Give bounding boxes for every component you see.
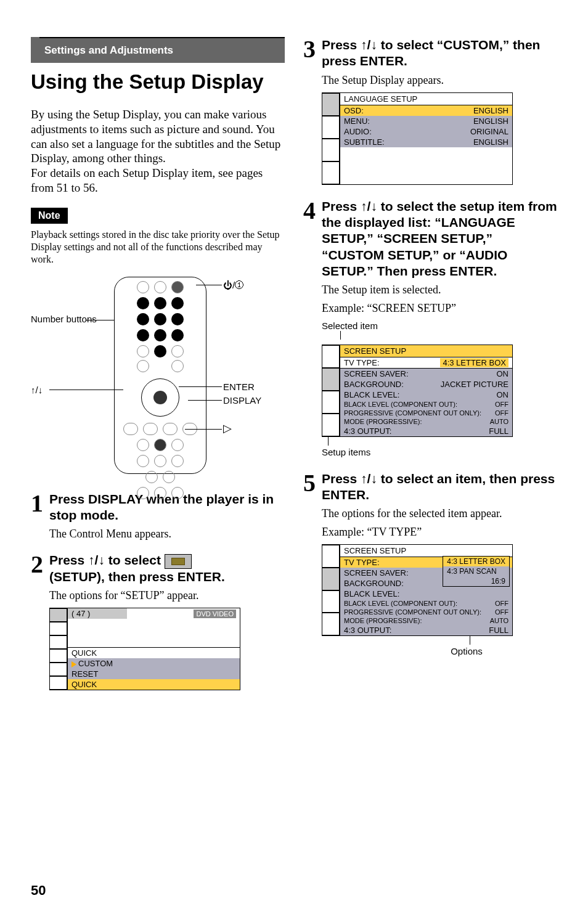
- s5r4v: OFF: [495, 600, 508, 607]
- r1v: ON: [497, 369, 509, 378]
- osd-osd-v: ENGLISH: [473, 106, 508, 115]
- r5v: OFF: [495, 409, 508, 417]
- page-number: 50: [31, 883, 46, 899]
- r4v: OFF: [495, 401, 508, 408]
- section-header-label: Settings and Adjustments: [39, 37, 285, 63]
- s5r7k: 4:3 OUTPUT:: [344, 626, 391, 635]
- r2v: JACKET PICTURE: [441, 380, 508, 389]
- r0k: TV TYPE:: [344, 358, 380, 367]
- step-2-head-pre: Press: [49, 553, 88, 567]
- osd-menu-k: MENU:: [344, 116, 370, 126]
- step-2-sub: The options for “SETUP” appear.: [49, 589, 285, 603]
- step-4-head-pre: Press: [322, 199, 361, 213]
- step-3-sub: The Setup Display appears.: [322, 73, 557, 88]
- step-3-head-pre: Press: [322, 38, 361, 52]
- s5r7v: FULL: [489, 626, 508, 635]
- osd-title: LANGUAGE SETUP: [340, 93, 512, 105]
- selected-item-label: Selected item: [322, 320, 557, 331]
- menu-arrow-icon: [71, 661, 76, 667]
- osd-tv-type: SCREEN SETUP TV TYPE:4:3 LETTER BOX SCRE…: [322, 544, 513, 636]
- step-4-head: Press ↑/↓ to select the setup item from …: [322, 198, 557, 279]
- menu-quick-1: QUICK: [68, 647, 240, 658]
- step-3-number: 3: [303, 37, 316, 62]
- osd-language-setup: LANGUAGE SETUP OSD:ENGLISH MENU:ENGLISH …: [322, 92, 513, 185]
- step-4: 4 Press ↑/↓ to select the setup item fro…: [303, 198, 557, 457]
- step-2-head-post: (SETUP), then press ENTER.: [49, 569, 225, 584]
- step-2-head-mid: to select: [105, 553, 165, 567]
- r6v: AUTO: [490, 418, 508, 425]
- step-5-number: 5: [303, 471, 316, 496]
- osd-audio-v: ORIGINAL: [470, 127, 508, 136]
- remote-outline: [114, 277, 206, 474]
- opt-0: 4:3 LETTER BOX: [443, 557, 509, 566]
- s5r2k: BACKGROUND:: [344, 579, 404, 588]
- step-5-sub2: Example: “TV TYPE”: [322, 525, 557, 539]
- step-2-arrows: ↑/↓: [88, 553, 105, 567]
- step-2-number: 2: [31, 552, 43, 577]
- label-play: ▷: [223, 422, 232, 435]
- menu-quick-hl: QUICK: [68, 679, 240, 690]
- opt-2: 16:9: [443, 576, 509, 586]
- osd-badge: DVD VIDEO: [194, 610, 236, 618]
- r1k: SCREEN SAVER:: [344, 369, 409, 378]
- osd-setup-options: ( 47 ) DVD VIDEO QUICK CUSTOM RESET QUIC…: [49, 608, 240, 690]
- s5r0k: TV TYPE:: [344, 558, 380, 567]
- label-enter: ENTER: [223, 382, 255, 392]
- page-title: Using the Setup Display: [31, 70, 285, 94]
- step-5-sub1: The options for the selected item appear…: [322, 507, 557, 521]
- setup-icon: [165, 554, 192, 569]
- remote-diagram: Number buttons ↑/↓ ⏻/① ENTER DISPLAY ▷: [31, 277, 285, 480]
- note-body: Playback settings stored in the disc tak…: [31, 229, 285, 266]
- options-label: Options: [420, 646, 513, 656]
- r2k: BACKGROUND:: [344, 380, 404, 389]
- label-display: DISPLAY: [223, 395, 261, 406]
- section-header: Settings and Adjustments: [31, 37, 285, 63]
- step-4-number: 4: [303, 198, 316, 223]
- step-5-head-pre: Press: [322, 471, 361, 486]
- osd-screen-setup: SCREEN SETUP TV TYPE:4:3 LETTER BOX SCRE…: [322, 345, 513, 437]
- step-1-sub: The Control Menu appears.: [49, 527, 285, 541]
- s5r1k: SCREEN SAVER:: [344, 568, 409, 577]
- s5r6k: MODE (PROGRESSIVE):: [344, 617, 422, 624]
- step-2-head: Press ↑/↓ to select (SETUP), then press …: [49, 552, 285, 585]
- s5r4k: BLACK LEVEL (COMPONENT OUT):: [344, 600, 457, 607]
- osd-audio-k: AUDIO:: [344, 127, 372, 136]
- osd-menu-v: ENGLISH: [473, 116, 508, 126]
- osd-osd-k: OSD:: [344, 106, 364, 115]
- opt-1: 4:3 PAN SCAN: [443, 566, 509, 576]
- step-2: 2 Press ↑/↓ to select (SETUP), then pres…: [31, 552, 285, 690]
- r7k: 4:3 OUTPUT:: [344, 426, 391, 436]
- note-label: Note: [31, 208, 68, 224]
- r5k: PROGRESSIVE (COMPONENT OUT ONLY):: [344, 409, 481, 417]
- r3v: ON: [497, 390, 509, 399]
- osd-subtitle-k: SUBTITLE:: [344, 137, 385, 147]
- step-4-arrows: ↑/↓: [361, 199, 377, 213]
- menu-reset: RESET: [68, 669, 240, 679]
- osd-subtitle-v: ENGLISH: [473, 137, 508, 147]
- menu-custom: CUSTOM: [78, 659, 113, 668]
- step-4-sub1: The Setup item is selected.: [322, 283, 557, 297]
- r4k: BLACK LEVEL (COMPONENT OUT):: [344, 401, 457, 408]
- s5r5k: PROGRESSIVE (COMPONENT OUT ONLY):: [344, 608, 481, 616]
- step-3-arrows: ↑/↓: [361, 38, 377, 52]
- osd-title: SCREEN SETUP: [340, 345, 512, 357]
- label-number-buttons: Number buttons: [31, 314, 99, 324]
- step-3-head: Press ↑/↓ to select “CUSTOM,” then press…: [322, 37, 557, 70]
- step-4-sub2: Example: “SCREEN SETUP”: [322, 301, 557, 316]
- step-5-arrows: ↑/↓: [361, 471, 377, 486]
- r6k: MODE (PROGRESSIVE):: [344, 418, 422, 425]
- s5r6v: AUTO: [490, 617, 508, 624]
- s5r5v: OFF: [495, 608, 508, 616]
- r7v: FULL: [489, 426, 508, 436]
- step-5: 5 Press ↑/↓ to select an item, then pres…: [303, 471, 557, 656]
- label-power: ⏻/①: [223, 280, 244, 290]
- step-1-number: 1: [31, 491, 43, 516]
- intro-text: By using the Setup Display, you can make…: [31, 107, 285, 195]
- r0v: 4:3 LETTER BOX: [440, 358, 508, 367]
- r3k: BLACK LEVEL:: [344, 390, 399, 399]
- osd-title: SCREEN SETUP: [340, 545, 512, 557]
- label-updown: ↑/↓: [31, 385, 43, 395]
- s5r3k: BLACK LEVEL:: [344, 589, 399, 598]
- tv-type-options: 4:3 LETTER BOX 4:3 PAN SCAN 16:9: [443, 556, 510, 587]
- step-5-head: Press ↑/↓ to select an item, then press …: [322, 471, 557, 504]
